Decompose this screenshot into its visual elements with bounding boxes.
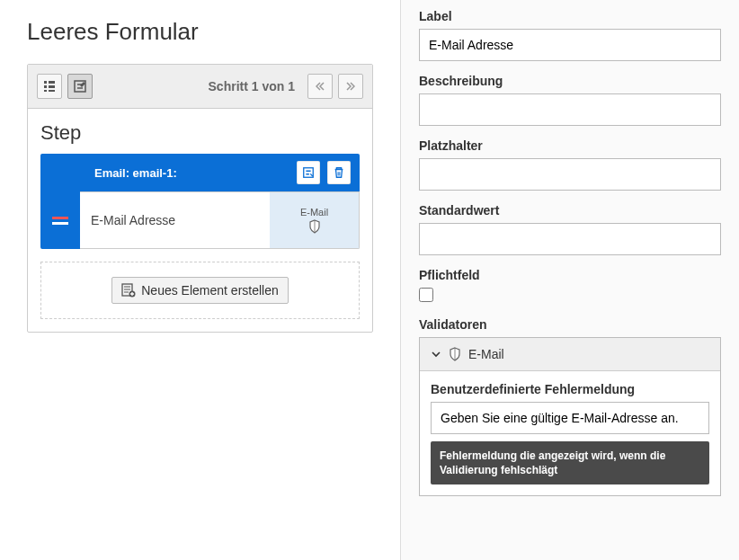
validator-header[interactable]: E-Mail (420, 338, 720, 371)
shield-icon (308, 219, 321, 234)
svg-rect-5 (49, 90, 55, 92)
new-element-label: Neues Element erstellen (141, 283, 279, 298)
custom-error-tooltip: Fehlermeldung die angezeigt wird, wenn d… (431, 441, 709, 484)
svg-rect-0 (44, 81, 47, 84)
form-icon (73, 79, 87, 93)
required-field-label: Pflichtfeld (419, 268, 721, 282)
view-mode-form-button[interactable] (67, 74, 93, 99)
defaultvalue-input[interactable] (419, 223, 721, 255)
list-icon (42, 79, 57, 93)
form-element-card[interactable]: Email: email-1: E-Mail Adresse E-Mail (40, 154, 360, 249)
new-element-dropzone[interactable]: Neues Element erstellen (40, 262, 360, 319)
element-header: Email: email-1: (40, 154, 360, 191)
add-form-icon (121, 283, 136, 298)
next-step-button[interactable] (338, 74, 363, 99)
svg-rect-1 (49, 81, 55, 84)
element-field-label: E-Mail Adresse (80, 191, 270, 249)
svg-rect-4 (44, 90, 47, 92)
element-header-label: Email: email-1: (49, 166, 289, 180)
custom-error-label: Benutzerdefinierte Fehlermeldung (431, 382, 709, 396)
placeholder-field-label: Platzhalter (419, 138, 721, 153)
custom-error-input[interactable] (431, 402, 709, 434)
step-title: Step (40, 121, 360, 145)
label-field-label: Label (419, 9, 721, 23)
settings-icon (302, 166, 315, 179)
element-settings-button[interactable] (297, 161, 320, 184)
element-badge-text: E-Mail (300, 207, 328, 218)
preview-toolbar: Schritt 1 von 1 (28, 65, 372, 109)
validators-field-label: Validatoren (419, 317, 721, 332)
svg-rect-7 (304, 168, 314, 178)
chevrons-left-icon (316, 82, 325, 91)
new-element-button[interactable]: Neues Element erstellen (111, 277, 289, 304)
element-delete-button[interactable] (327, 161, 351, 184)
svg-rect-3 (49, 85, 55, 88)
placeholder-input[interactable] (419, 158, 721, 191)
element-type-badge: E-Mail (270, 191, 360, 249)
drag-lines-icon (52, 217, 68, 225)
page-title: Leeres Formular (27, 18, 373, 46)
validator-name: E-Mail (468, 347, 504, 361)
prev-step-button[interactable] (307, 74, 333, 99)
svg-rect-2 (44, 85, 47, 88)
shield-icon (449, 347, 461, 361)
required-checkbox[interactable] (419, 288, 433, 302)
step-indicator: Schritt 1 von 1 (98, 79, 302, 93)
chevron-down-icon (431, 349, 441, 360)
view-mode-structure-button[interactable] (37, 74, 62, 99)
description-field-label: Beschreibung (419, 74, 721, 88)
form-preview: Schritt 1 von 1 Step Email: email-1: (27, 64, 373, 333)
defaultvalue-field-label: Standardwert (419, 203, 721, 218)
validator-panel: E-Mail Benutzerdefinierte Fehlermeldung … (419, 337, 721, 496)
properties-panel: Label Beschreibung Platzhalter Standardw… (400, 0, 739, 560)
chevrons-right-icon (346, 82, 355, 91)
label-input[interactable] (419, 29, 721, 61)
drag-handle[interactable] (40, 191, 80, 249)
description-input[interactable] (419, 93, 721, 126)
trash-icon (333, 166, 345, 179)
